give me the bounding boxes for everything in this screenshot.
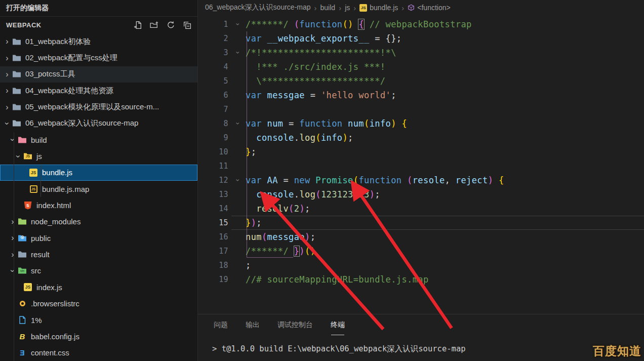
- tree-item-03_potcss工具[interactable]: ›03_potcss工具: [0, 66, 197, 83]
- chevron-down-icon[interactable]: ›: [8, 135, 17, 144]
- chevron-right-icon[interactable]: ›: [3, 37, 12, 46]
- breadcrumb-item[interactable]: build: [320, 4, 336, 12]
- breadcrumb-label: bundle.js: [370, 4, 398, 12]
- tree-item-label: js: [36, 152, 42, 161]
- fold-chevron-icon[interactable]: ›: [230, 176, 246, 184]
- chevron-right-icon[interactable]: ›: [3, 103, 12, 112]
- code-text: };: [246, 147, 256, 157]
- breadcrumb-item[interactable]: <function>: [408, 4, 450, 12]
- tree-item-label: bundle.js: [42, 168, 72, 177]
- code-text: var __webpack_exports__ = {};: [246, 33, 401, 44]
- code-line-3[interactable]: 3›/*!**********************!*\: [198, 46, 644, 60]
- fold-chevron-icon[interactable]: ›: [230, 20, 246, 28]
- tree-item-js[interactable]: ›JSjs: [0, 148, 197, 164]
- code-line-13[interactable]: 13 console.log(123123123);: [198, 187, 644, 202]
- tree-item-label: .browserslistrc: [31, 299, 79, 308]
- line-number: 16: [198, 232, 230, 242]
- folder-node-icon: [17, 217, 27, 226]
- jsmap-icon: JS: [28, 185, 38, 193]
- chevron-right-icon[interactable]: ›: [8, 250, 17, 259]
- tree-item-build[interactable]: ›build: [0, 132, 197, 148]
- tree-item-node_modules[interactable]: ›node_modules: [0, 214, 197, 230]
- code-line-6[interactable]: 6var messgae = 'hello world';: [198, 88, 644, 102]
- js-icon: JS: [28, 168, 38, 177]
- panel-tab-输出[interactable]: 输出: [245, 319, 260, 331]
- tree-item-public[interactable]: ›⊕public: [0, 230, 197, 246]
- panel-tab-终端[interactable]: 终端: [330, 319, 345, 331]
- fold-chevron-icon[interactable]: ›: [230, 49, 246, 57]
- code-line-19[interactable]: 19//# sourceMappingURL=bundle.js.map: [198, 272, 644, 287]
- tree-item-babel.config.js[interactable]: Bbabel.config.js: [0, 328, 197, 344]
- code-line-9[interactable]: 9 console.log(info);: [198, 131, 644, 145]
- tree-item-bundle.js.map[interactable]: JSbundle.js.map: [0, 181, 197, 197]
- tree-item-index.js[interactable]: JSindex.js: [0, 279, 197, 295]
- tree-item-01_webpack初体验[interactable]: ›01_webpack初体验: [0, 33, 197, 50]
- code-line-10[interactable]: 10};: [198, 145, 644, 159]
- code-text: var messgae = 'hello world';: [246, 90, 396, 100]
- tree-item-06_webpack深入认识source-map[interactable]: ›06_webpack深入认识source-map: [0, 115, 197, 132]
- chevron-right-icon[interactable]: ›: [3, 86, 12, 95]
- code-text: !*** ./src/index.js ***!: [246, 62, 386, 72]
- code-line-12[interactable]: 12›var AA = new Promise(function (resole…: [198, 173, 644, 187]
- chevron-down-icon[interactable]: ›: [14, 152, 23, 161]
- tree-item-05_webpack模块化原理以及source-m...[interactable]: ›05_webpack模块化原理以及source-m...: [0, 99, 197, 115]
- chevron-right-icon[interactable]: ›: [3, 70, 12, 79]
- tree-item-result[interactable]: ›result: [0, 246, 197, 262]
- code-line-7[interactable]: 7: [198, 102, 644, 116]
- tree-item-label: 05_webpack模块化原理以及source-m...: [25, 102, 159, 112]
- tree-item-02_webpack配置与css处理[interactable]: ›02_webpack配置与css处理: [0, 50, 197, 66]
- tree-item-label: index.html: [36, 201, 71, 210]
- symbol-function-icon: [408, 4, 415, 11]
- babel-icon: B: [17, 332, 27, 341]
- line-number: 14: [198, 204, 230, 213]
- breadcrumb-item[interactable]: 06_webpack深入认识source-map: [205, 3, 311, 12]
- breadcrumb-label: build: [320, 4, 336, 12]
- tree-item-1%[interactable]: 1%: [0, 312, 197, 328]
- code-text: /*!**********************!*\: [246, 48, 396, 58]
- line-number: 2: [198, 34, 230, 43]
- code-line-17[interactable]: 17/******/ })(): [198, 244, 644, 258]
- tree-item-bundle.js[interactable]: JSbundle.js: [0, 165, 197, 181]
- tree-item-content.css[interactable]: Ǝcontent.css: [0, 345, 197, 361]
- code-line-11[interactable]: 11: [198, 159, 644, 173]
- new-file-icon[interactable]: [134, 21, 142, 29]
- line-number: 4: [198, 62, 230, 71]
- editor-area: 06_webpack深入认识source-map›build›js›JSbund…: [197, 0, 644, 361]
- code-line-18[interactable]: 18;: [198, 258, 644, 272]
- code-line-1[interactable]: 1›/******/ (function() { // webpackBoots…: [198, 17, 644, 31]
- tree-item-label: build: [31, 136, 47, 144]
- chevron-right-icon[interactable]: ›: [8, 217, 17, 226]
- panel-tab-问题[interactable]: 问题: [213, 319, 228, 331]
- code-line-14[interactable]: 14 resolv(2);: [198, 202, 644, 216]
- panel-tab-调试控制台[interactable]: 调试控制台: [277, 319, 313, 331]
- code-editor[interactable]: 1›/******/ (function() { // webpackBoots…: [198, 15, 644, 314]
- code-line-8[interactable]: 8›var num = function num(info) {: [198, 116, 644, 131]
- chevron-right-icon[interactable]: ›: [8, 233, 17, 243]
- open-editors-header[interactable]: 打开的编辑器: [0, 0, 197, 17]
- tree-item-.browserslistrc[interactable]: .browserslistrc: [0, 296, 197, 312]
- collapse-all-icon[interactable]: [183, 21, 191, 29]
- code-line-2[interactable]: 2var __webpack_exports__ = {};: [198, 31, 644, 46]
- tree-item-src[interactable]: ›</>src: [0, 263, 197, 279]
- chevron-right-icon[interactable]: ›: [3, 54, 12, 63]
- breadcrumb-item[interactable]: JSbundle.js: [359, 4, 398, 12]
- line-number: 8: [198, 119, 230, 128]
- tree-item-label: src: [31, 266, 41, 275]
- code-line-5[interactable]: 5 \**********************/: [198, 74, 644, 88]
- folder-icon: [12, 54, 22, 62]
- watermark: 百度知道: [593, 343, 641, 359]
- tree-item-label: 03_potcss工具: [25, 69, 75, 79]
- tree-item-index.html[interactable]: 5index.html: [0, 197, 197, 213]
- fold-chevron-icon[interactable]: ›: [230, 119, 246, 128]
- refresh-icon[interactable]: [167, 21, 175, 29]
- new-folder-icon[interactable]: [150, 21, 159, 29]
- chevron-down-icon[interactable]: ›: [8, 266, 17, 275]
- tree-item-04_webpack处理其他资源[interactable]: ›04_webpack处理其他资源: [0, 83, 197, 99]
- code-line-16[interactable]: 16num(messgae);: [198, 230, 644, 244]
- explorer-section-header[interactable]: WEBPACK: [0, 17, 197, 33]
- code-line-4[interactable]: 4 !*** ./src/index.js ***!: [198, 60, 644, 74]
- chevron-down-icon[interactable]: ›: [3, 119, 12, 128]
- code-line-15[interactable]: 15});: [198, 216, 644, 230]
- line-number: 18: [198, 261, 230, 270]
- breadcrumb-item[interactable]: js: [345, 4, 350, 12]
